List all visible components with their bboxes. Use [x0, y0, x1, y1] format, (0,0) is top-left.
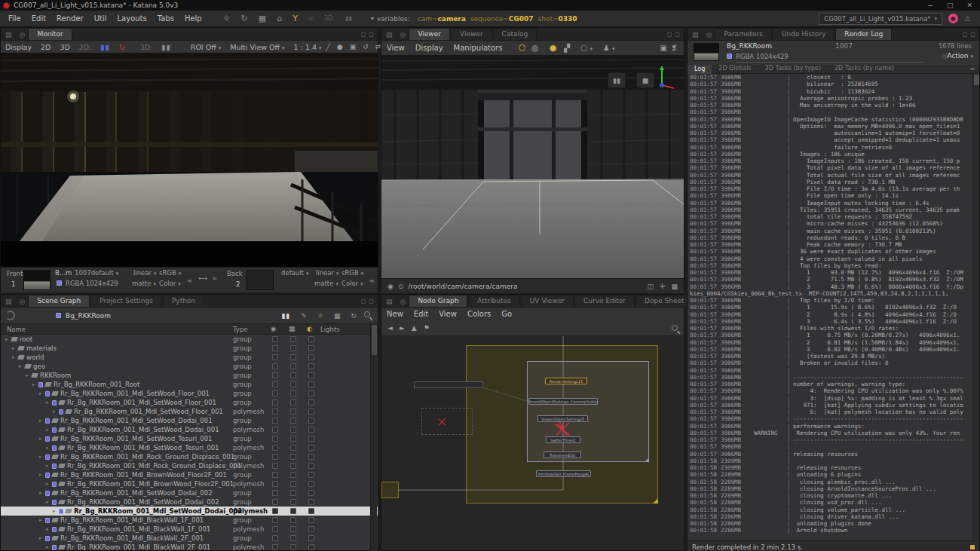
- scenegraph-row[interactable]: ▸Rr_Bg_RKKRoom_001_Mdl_SetWood_Dodai_001…: [1, 425, 378, 434]
- annotation-icon[interactable]: ●: [337, 43, 343, 51]
- visibility-checkbox[interactable]: [272, 499, 278, 505]
- column-lights[interactable]: Lights: [320, 326, 340, 333]
- roi-dropdown[interactable]: ROI Off: [186, 43, 225, 51]
- scenegraph-row[interactable]: ▸materialsgroup: [1, 344, 378, 353]
- light-checkbox[interactable]: [308, 508, 314, 514]
- panel-menu-icon[interactable]: ▤: [381, 31, 396, 40]
- close-button[interactable]: ✕: [966, 2, 972, 9]
- scenegraph-row[interactable]: ▸Rr_Bg_RKKRoom_001_Mdl_SetWood_Floor_001…: [1, 389, 378, 398]
- search-icon[interactable]: [364, 311, 370, 317]
- panel-target-icon[interactable]: ◎: [15, 298, 29, 307]
- viewer-tab-catalog[interactable]: Catalog: [493, 28, 537, 40]
- menu-file[interactable]: File: [3, 14, 26, 23]
- livegroup-icon[interactable]: [5, 311, 15, 320]
- pause-3d-icon[interactable]: ▮▮: [157, 43, 175, 51]
- visibility-checkbox[interactable]: [272, 372, 278, 378]
- render-checkbox[interactable]: [290, 372, 296, 378]
- render-log-output[interactable]: 00:01:573986MB| closest : 000:01:573986M…: [688, 74, 979, 540]
- visibility-checkbox[interactable]: [272, 390, 278, 396]
- menu-edit[interactable]: Edit: [26, 14, 51, 23]
- expander-icon[interactable]: ▸: [39, 517, 45, 523]
- node-dimmed-selected[interactable]: [421, 408, 473, 435]
- panel-close-icon[interactable]: ◻: [675, 31, 680, 38]
- back-thumbnail[interactable]: [247, 270, 274, 290]
- render-checkbox[interactable]: [290, 381, 296, 387]
- render-checkbox[interactable]: [290, 472, 296, 478]
- render-stop-button[interactable]: ■: [636, 72, 654, 88]
- path-toggle-icon-1[interactable]: ⊙: [398, 283, 404, 290]
- back-matte-dropdown[interactable]: matte: [314, 280, 338, 287]
- pause-2d-icon[interactable]: ▮▮: [96, 43, 114, 51]
- render-checkbox[interactable]: [290, 363, 296, 369]
- pause-icon[interactable]: ▮▮: [281, 312, 290, 320]
- panel-close-icon[interactable]: ◻: [369, 298, 374, 305]
- light-checkbox[interactable]: [308, 463, 314, 469]
- viewer-viewport[interactable]: ▮▮ ■: [381, 55, 684, 278]
- visibility-checkbox[interactable]: [272, 336, 278, 342]
- panel-target-icon[interactable]: ◎: [396, 31, 409, 40]
- log-subtab-2d-tasks-by-name-[interactable]: 2D Tasks (by name): [828, 65, 901, 74]
- render-checkbox[interactable]: [290, 535, 296, 541]
- mode-2d-button[interactable]: 2D: [36, 43, 55, 51]
- visibility-checkbox[interactable]: [272, 418, 278, 424]
- nodegraph-menu-colors[interactable]: Colors: [462, 310, 496, 318]
- scenegraph-row[interactable]: ▸Rr_Bg_RKKRoom_001_Mdl_BrownWood_Floor2F…: [1, 479, 378, 488]
- panel-menu-icon[interactable]: ▤: [381, 298, 396, 307]
- file-selector-dropdown[interactable]: CG007_all_Li_Light_v015.katana* ▾: [819, 13, 942, 25]
- refresh-icon[interactable]: ↻: [351, 312, 357, 320]
- settings-icon[interactable]: ☼: [317, 312, 323, 320]
- light-checkbox[interactable]: [308, 381, 314, 387]
- light-checkbox[interactable]: [308, 517, 314, 523]
- panel-float-icon[interactable]: ◻: [361, 298, 366, 305]
- monitor-tab-monitor[interactable]: Monitor: [28, 28, 72, 40]
- scenegraph-scrollbar[interactable]: [370, 323, 377, 551]
- scenegraph-row[interactable]: ▸Rr_Bg_RKKRoom_001_Mdl_Rock_Ground_Displ…: [1, 452, 378, 461]
- ab-link-icon[interactable]: ⟷: [198, 274, 207, 282]
- front-audio-icon[interactable]: ◄: [186, 277, 191, 284]
- light-checkbox[interactable]: [308, 354, 314, 360]
- log-subtab-2d-globals[interactable]: 2D Globals: [712, 65, 758, 74]
- light-checkbox[interactable]: [308, 445, 314, 451]
- node-rendersettings15[interactable]: RenderSettings15: [545, 378, 587, 384]
- render-column-icon[interactable]: ▦: [289, 325, 295, 332]
- light-checkbox[interactable]: [308, 409, 314, 415]
- back-icon[interactable]: ◄: [387, 324, 393, 332]
- light-checkbox[interactable]: [308, 363, 314, 369]
- panel-target-icon[interactable]: ◎: [396, 298, 409, 307]
- warning-icon[interactable]: ⚠: [964, 14, 971, 23]
- scenegraph-row[interactable]: ▸Rr_Bg_RKKRoom_001_Mdl_SetWood_Dodai_002…: [1, 488, 378, 497]
- world-globe-icon[interactable]: ◍: [531, 43, 539, 53]
- render-checkbox[interactable]: [290, 418, 296, 424]
- visibility-checkbox[interactable]: [272, 363, 278, 369]
- menu-util[interactable]: Util: [89, 14, 112, 23]
- path-toggle-icon-0[interactable]: ◉: [387, 283, 394, 290]
- expander-icon[interactable]: ▸: [46, 499, 52, 505]
- expander-icon[interactable]: ▸: [39, 418, 45, 424]
- stereo-label[interactable]: 3D:: [319, 15, 340, 22]
- expander-icon[interactable]: ▸: [39, 472, 45, 478]
- light-checkbox[interactable]: [308, 436, 314, 442]
- path-tool-icon-1[interactable]: ✛: [660, 283, 666, 290]
- expander-icon[interactable]: ▸: [39, 535, 45, 541]
- multiview-dropdown[interactable]: Multi View Off: [225, 43, 289, 51]
- visibility-checkbox[interactable]: [272, 508, 278, 514]
- visibility-checkbox[interactable]: [272, 517, 278, 523]
- viewer-menu-view[interactable]: View: [381, 44, 410, 52]
- panel-float-icon[interactable]: ◻: [667, 31, 672, 38]
- scenegraph-row[interactable]: ▸rootgroup: [1, 335, 378, 344]
- render-checkbox[interactable]: [290, 544, 296, 550]
- catalog-icon[interactable]: ▦: [253, 14, 271, 23]
- light-checkbox[interactable]: [308, 472, 314, 478]
- column-name[interactable]: Name: [7, 326, 26, 333]
- edit-icon[interactable]: ✎: [301, 312, 307, 320]
- panel-float-icon[interactable]: ◻: [963, 31, 968, 38]
- expander-icon[interactable]: ▸: [46, 399, 52, 406]
- render-checkbox[interactable]: [290, 336, 296, 342]
- light-checkbox[interactable]: [308, 544, 314, 550]
- back-colorspace-dropdown[interactable]: linear: [316, 269, 339, 277]
- bookmark-icon[interactable]: ⚑: [424, 324, 430, 332]
- scenegraph-row[interactable]: ▸Rr_Bg_RKKRoom_001_Mdl_SetWood_Floor_001…: [1, 398, 378, 407]
- scenegraph-tab-project-settings[interactable]: Project Settings: [90, 295, 162, 307]
- visibility-checkbox[interactable]: [272, 445, 278, 451]
- render-checkbox[interactable]: [290, 445, 296, 451]
